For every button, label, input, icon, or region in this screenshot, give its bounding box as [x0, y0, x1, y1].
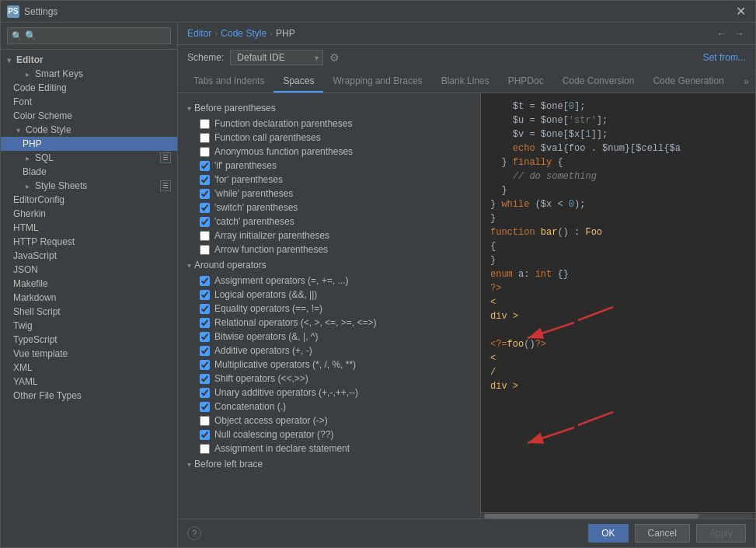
cb-object-access-label[interactable]: Object access operator (->)	[214, 415, 328, 426]
tab-tabs-and-indents[interactable]: Tabs and Indents	[184, 71, 273, 92]
code-line: }	[490, 183, 746, 197]
cb-relational-ops-label[interactable]: Relational operators (<, >, <=, >=, <=>)	[214, 317, 376, 328]
cb-function-call-checkbox[interactable]	[200, 133, 210, 143]
cb-shift-ops-checkbox[interactable]	[200, 374, 210, 384]
cb-if-parens-label[interactable]: 'if' parentheses	[214, 160, 277, 171]
sidebar-item-smart-keys[interactable]: ▸ Smart Keys	[1, 67, 177, 81]
code-line: }	[490, 253, 746, 267]
cb-function-decl-label[interactable]: Function declaration parentheses	[214, 118, 352, 129]
cb-switch-parens-checkbox[interactable]	[200, 203, 210, 213]
sidebar-item-blade[interactable]: Blade	[1, 165, 177, 179]
cb-for-parens-label[interactable]: 'for' parentheses	[214, 174, 283, 185]
cb-while-parens-checkbox[interactable]	[200, 189, 210, 199]
cb-concat-checkbox[interactable]	[200, 402, 210, 412]
sidebar-item-php[interactable]: PHP	[1, 137, 177, 151]
tab-blank-lines[interactable]: Blank Lines	[432, 71, 499, 92]
cb-anon-function-label[interactable]: Anonymous function parentheses	[214, 146, 353, 157]
cb-equality-ops-checkbox[interactable]	[200, 304, 210, 314]
cb-object-access-checkbox[interactable]	[200, 416, 210, 426]
cb-assign-declare-checkbox[interactable]	[200, 444, 210, 454]
sidebar-item-twig[interactable]: Twig	[1, 319, 177, 333]
cb-function-call-label[interactable]: Function call parentheses	[214, 132, 321, 143]
tab-wrapping-and-braces[interactable]: Wrapping and Braces	[323, 71, 431, 92]
cb-arrow-fn-label[interactable]: Arrow function parentheses	[214, 244, 328, 255]
cb-relational-ops-checkbox[interactable]	[200, 318, 210, 328]
horizontal-scrollbar[interactable]	[481, 512, 755, 518]
sidebar-item-gherkin[interactable]: Gherkin	[1, 207, 177, 221]
cb-concat-label[interactable]: Concatenation (.)	[214, 401, 286, 412]
sidebar-item-makefile[interactable]: Makefile	[1, 277, 177, 291]
sidebar-item-http-request[interactable]: HTTP Request	[1, 235, 177, 249]
breadcrumb-editor[interactable]: Editor	[187, 28, 211, 39]
cb-logical-ops-label[interactable]: Logical operators (&&, ||)	[214, 289, 317, 300]
cb-array-init: Array initializer parentheses	[178, 229, 480, 243]
sidebar-item-typescript[interactable]: TypeScript	[1, 333, 177, 347]
tab-phpdoc[interactable]: PHPDoc	[499, 71, 553, 92]
cb-anon-function-checkbox[interactable]	[200, 147, 210, 157]
search-input[interactable]	[7, 27, 171, 44]
cb-bitwise-ops-checkbox[interactable]	[200, 332, 210, 342]
cb-shift-ops-label[interactable]: Shift operators (<<,>>)	[214, 373, 308, 384]
sidebar-item-color-scheme[interactable]: Color Scheme	[1, 109, 177, 123]
cb-null-coalescing-label[interactable]: Null coalescing operator (??)	[214, 429, 333, 440]
sidebar-item-editorconfig[interactable]: EditorConfig	[1, 193, 177, 207]
cb-catch-parens-label[interactable]: 'catch' parentheses	[214, 216, 294, 227]
scheme-select[interactable]: Default IDE Project	[230, 50, 323, 65]
tab-spaces[interactable]: Spaces	[273, 71, 323, 92]
cb-unary-ops-label[interactable]: Unary additive operators (+,-,++,--)	[214, 387, 358, 398]
cb-equality-ops-label[interactable]: Equality operators (==, !=)	[214, 303, 322, 314]
cb-if-parens-checkbox[interactable]	[200, 161, 210, 171]
scrollbar-thumb[interactable]	[484, 514, 699, 518]
cb-array-init-checkbox[interactable]	[200, 231, 210, 241]
around-operators-section[interactable]: ▾ Around operators	[178, 257, 480, 274]
breadcrumb-code-style[interactable]: Code Style	[221, 28, 267, 39]
sidebar-item-sql[interactable]: ▸ SQL ☰	[1, 151, 177, 165]
ok-button[interactable]: OK	[588, 524, 628, 543]
cancel-button[interactable]: Cancel	[635, 524, 690, 543]
sidebar-item-javascript[interactable]: JavaScript	[1, 249, 177, 263]
cb-additive-ops-checkbox[interactable]	[200, 346, 210, 356]
cb-multiplicative-ops-checkbox[interactable]	[200, 360, 210, 370]
cb-arrow-fn-checkbox[interactable]	[200, 245, 210, 255]
cb-function-decl-checkbox[interactable]	[200, 119, 210, 129]
cb-assignment-ops-checkbox[interactable]	[200, 276, 210, 286]
sidebar-item-html[interactable]: HTML	[1, 221, 177, 235]
cb-additive-ops-label[interactable]: Additive operators (+, -)	[214, 345, 312, 356]
sidebar-item-font[interactable]: Font	[1, 95, 177, 109]
sidebar-item-other-file-types[interactable]: Other File Types	[1, 389, 177, 403]
cb-catch-parens-checkbox[interactable]	[200, 217, 210, 227]
sidebar-item-vue-template[interactable]: Vue template	[1, 347, 177, 361]
sidebar-item-shell-script[interactable]: Shell Script	[1, 305, 177, 319]
before-left-brace-section[interactable]: ▾ Before left brace	[178, 456, 480, 473]
nav-forward-button[interactable]: →	[732, 27, 746, 40]
cb-multiplicative-ops-label[interactable]: Multiplicative operators (*, /, %, **)	[214, 359, 356, 370]
tab-code-generation[interactable]: Code Generation	[643, 71, 733, 92]
close-button[interactable]: ✕	[733, 5, 749, 18]
sidebar-item-code-editing[interactable]: Code Editing	[1, 81, 177, 95]
cb-assign-declare-label[interactable]: Assignment in declare statement	[214, 443, 350, 454]
cb-logical-ops-checkbox[interactable]	[200, 290, 210, 300]
cb-unary-ops-checkbox[interactable]	[200, 388, 210, 398]
help-button[interactable]: ?	[187, 526, 201, 540]
sidebar-item-markdown[interactable]: Markdown	[1, 291, 177, 305]
tabs-overflow-button[interactable]: »	[737, 72, 755, 92]
sidebar-item-json[interactable]: JSON	[1, 263, 177, 277]
sidebar-item-style-sheets[interactable]: ▸ Style Sheets ☰	[1, 179, 177, 193]
apply-button[interactable]: Apply	[696, 524, 746, 543]
scheme-gear-button[interactable]: ⚙	[329, 51, 340, 64]
before-parens-section[interactable]: ▾ Before parentheses	[178, 99, 480, 117]
sidebar-item-code-style[interactable]: ▾ Code Style	[1, 123, 177, 137]
sidebar-item-editor[interactable]: ▾ Editor	[1, 53, 177, 67]
cb-bitwise-ops-label[interactable]: Bitwise operators (&, |, ^)	[214, 331, 318, 342]
set-from-link[interactable]: Set from...	[703, 52, 746, 63]
cb-while-parens-label[interactable]: 'while' parentheses	[214, 188, 293, 199]
sidebar-item-xml[interactable]: XML	[1, 361, 177, 375]
tab-code-conversion[interactable]: Code Conversion	[553, 71, 644, 92]
cb-switch-parens-label[interactable]: 'switch' parentheses	[214, 202, 298, 213]
cb-array-init-label[interactable]: Array initializer parentheses	[214, 230, 329, 241]
nav-back-button[interactable]: ←	[715, 27, 729, 40]
cb-assignment-ops-label[interactable]: Assignment operators (=, +=, ...)	[214, 275, 348, 286]
sidebar-item-yaml[interactable]: YAML	[1, 375, 177, 389]
cb-for-parens-checkbox[interactable]	[200, 175, 210, 185]
cb-null-coalescing-checkbox[interactable]	[200, 430, 210, 440]
